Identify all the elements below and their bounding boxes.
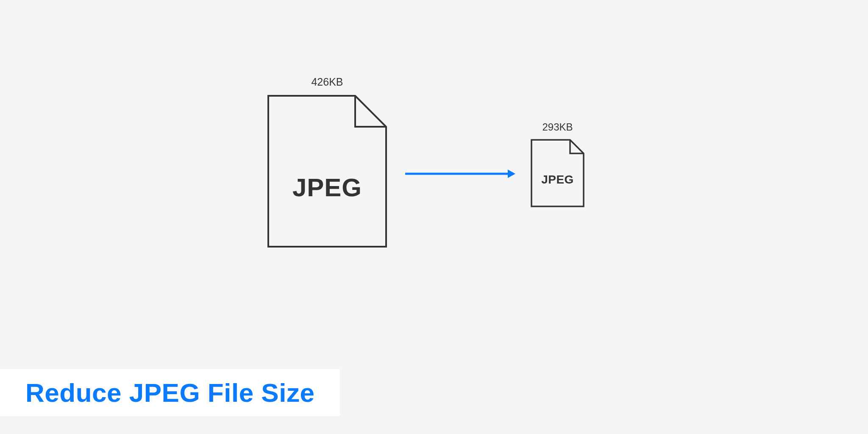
diagram-canvas: 426KB JPEG 293KB JPEG Reduce JPEG File S…: [0, 0, 868, 434]
source-file-format: JPEG: [267, 173, 387, 202]
target-file-format: JPEG: [531, 173, 584, 186]
target-file: 293KB JPEG: [531, 139, 584, 207]
page-title: Reduce JPEG File Size: [25, 378, 314, 408]
title-banner: Reduce JPEG File Size: [0, 369, 340, 416]
source-file-size: 426KB: [267, 76, 387, 88]
arrow-icon: [405, 169, 516, 179]
target-file-size: 293KB: [531, 121, 584, 133]
source-file: 426KB JPEG: [267, 95, 387, 248]
file-icon: [267, 95, 387, 248]
